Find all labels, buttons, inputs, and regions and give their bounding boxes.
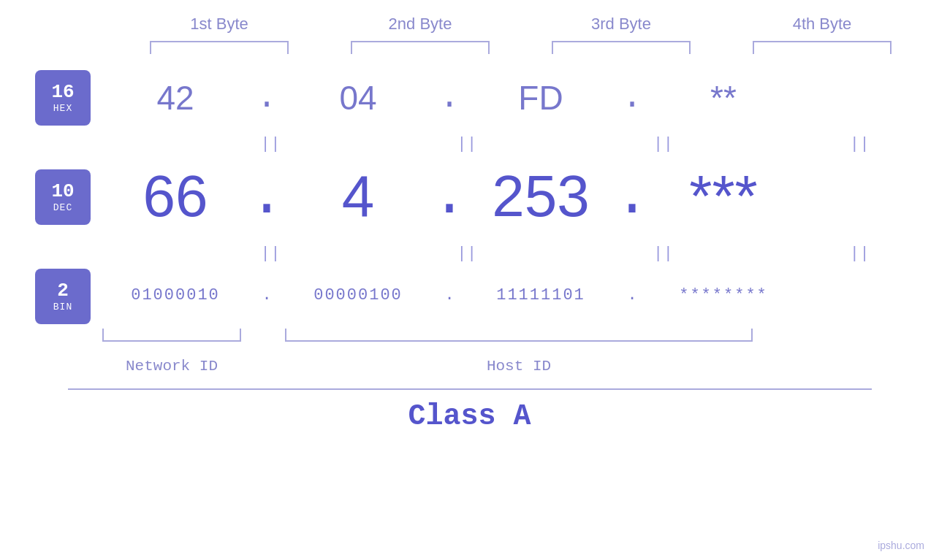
equals-2-1: || [200, 243, 346, 262]
dec-dot-3: . [614, 164, 650, 230]
dec-cell-1: 66 [102, 163, 248, 230]
equals-row-2: || || || || [197, 242, 939, 264]
dec-dot-1: . [248, 164, 285, 230]
bracket-1 [150, 41, 289, 54]
network-id-label: Network ID [102, 358, 241, 375]
dec-cell-3: 253 [468, 163, 614, 230]
dec-cell-4: *** [650, 163, 797, 230]
bracket-2 [351, 41, 490, 54]
dec-badge: 10 DEC [35, 169, 91, 225]
main-container: 1st Byte 2nd Byte 3rd Byte 4th Byte 16 H… [0, 0, 939, 560]
byte-header-4: 4th Byte [749, 15, 895, 34]
bin-cell-4: ******** [650, 286, 797, 304]
network-id-bracket [102, 329, 241, 342]
host-id-bracket [285, 329, 753, 342]
equals-2-2: || [397, 243, 543, 262]
byte-header-3: 3rd Byte [548, 15, 694, 34]
dec-row: 66 . 4 . 253 . *** [102, 160, 906, 233]
hex-dot-1: . [248, 79, 285, 117]
bracket-3 [552, 41, 691, 54]
top-brackets [119, 41, 923, 54]
hex-dot-2: . [431, 79, 468, 117]
byte-header-2: 2nd Byte [347, 15, 493, 34]
hex-badge: 16 HEX [35, 70, 91, 126]
byte-header-1: 1st Byte [146, 15, 292, 34]
byte-headers: 1st Byte 2nd Byte 3rd Byte 4th Byte [119, 15, 923, 34]
hex-dot-3: . [614, 79, 650, 117]
bin-dot-2: . [431, 286, 468, 304]
host-id-label: Host ID [285, 358, 753, 375]
bin-cell-1: 01000010 [102, 286, 248, 304]
equals-1-3: || [593, 134, 739, 153]
equals-2-3: || [593, 243, 739, 262]
hex-cell-3: FD [468, 78, 614, 118]
bin-badge: 2 BIN [35, 269, 91, 324]
hex-cell-1: 42 [102, 78, 248, 118]
watermark: ipshu.com [878, 540, 924, 551]
bin-cell-2: 00000100 [285, 286, 431, 304]
hex-row: 42 . 04 . FD . ** [102, 69, 906, 127]
equals-2-4: || [789, 243, 935, 262]
bin-dot-1: . [248, 286, 285, 304]
equals-row-1: || || || || [197, 132, 939, 154]
bracket-4 [753, 41, 892, 54]
bin-row: 01000010 . 00000100 . 11111101 . [102, 266, 906, 324]
bin-cell-3: 11111101 [468, 286, 614, 304]
bin-dot-3: . [614, 286, 650, 304]
hex-cell-4: ** [650, 78, 797, 118]
equals-1-1: || [200, 134, 346, 153]
equals-1-2: || [397, 134, 543, 153]
dec-cell-2: 4 [285, 163, 431, 230]
class-label: Class A [408, 390, 531, 433]
equals-1-4: || [789, 134, 935, 153]
hex-cell-2: 04 [285, 78, 431, 118]
dec-dot-2: . [431, 164, 468, 230]
